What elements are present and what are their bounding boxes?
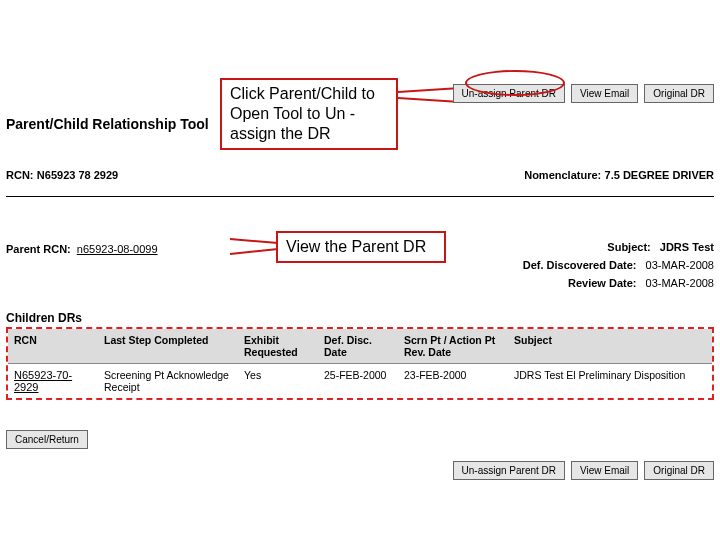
callout-view-parent-text: View the Parent DR: [276, 231, 446, 263]
cell-scrn: 23-FEB-2000: [398, 364, 508, 399]
divider: [6, 196, 714, 197]
table-row: N65923-70-2929 Screening Pt Acknowledge …: [8, 364, 712, 399]
col-subject: Subject: [508, 329, 712, 364]
cell-def-disc: 25-FEB-2000: [318, 364, 398, 399]
view-email-button[interactable]: View Email: [571, 84, 638, 103]
col-last-step: Last Step Completed: [98, 329, 238, 364]
nomenclature-label: Nomenclature:: [524, 169, 601, 181]
rcn-value: N65923 78 2929: [37, 169, 118, 181]
svg-line-2: [230, 239, 278, 243]
subject-label: Subject:: [607, 241, 650, 253]
col-def-disc: Def. Disc. Date: [318, 329, 398, 364]
subject-field: Subject: JDRS Test: [523, 241, 714, 253]
nomenclature-field: Nomenclature: 7.5 DEGREE DRIVER: [524, 168, 714, 182]
parent-rcn-field: Parent RCN: n65923-08-0099: [6, 243, 158, 255]
children-drs-table: RCN Last Step Completed Exhibit Requeste…: [8, 329, 712, 398]
cell-subject: JDRS Test El Preliminary Disposition: [508, 364, 712, 399]
callout-view-parent: View the Parent DR: [224, 231, 446, 263]
cancel-return-button[interactable]: Cancel/Return: [6, 430, 88, 449]
child-rcn-link[interactable]: N65923-70-2929: [14, 369, 72, 393]
parent-rcn-label: Parent RCN:: [6, 243, 71, 255]
children-drs-table-wrap: RCN Last Step Completed Exhibit Requeste…: [6, 327, 714, 400]
svg-line-3: [230, 249, 278, 254]
unassign-parent-dr-button-bottom[interactable]: Un-assign Parent DR: [453, 461, 565, 480]
original-dr-button[interactable]: Original DR: [644, 84, 714, 103]
subject-value: JDRS Test: [660, 241, 714, 253]
svg-line-0: [398, 88, 460, 92]
nomenclature-value: 7.5 DEGREE DRIVER: [605, 169, 714, 181]
cell-last-step: Screening Pt Acknowledge Receipt: [98, 364, 238, 399]
cell-exhibit: Yes: [238, 364, 318, 399]
review-date-value: 03-MAR-2008: [646, 277, 714, 289]
col-rcn: RCN: [8, 329, 98, 364]
callout-unassign: Click Parent/Child to Open Tool to Un -a…: [220, 78, 470, 142]
page-title: Parent/Child Relationship Tool: [6, 116, 209, 132]
def-discovered-date-field: Def. Discovered Date: 03-MAR-2008: [523, 259, 714, 271]
callout-unassign-text: Click Parent/Child to Open Tool to Un -a…: [220, 78, 398, 150]
def-discovered-date-value: 03-MAR-2008: [646, 259, 714, 271]
callout-arrow-icon: [224, 236, 278, 258]
rcn-field: RCN: N65923 78 2929: [6, 168, 118, 182]
svg-line-1: [398, 98, 460, 102]
col-scrn: Scrn Pt / Action Pt Rev. Date: [398, 329, 508, 364]
review-date-label: Review Date:: [568, 277, 636, 289]
original-dr-button-bottom[interactable]: Original DR: [644, 461, 714, 480]
view-email-button-bottom[interactable]: View Email: [571, 461, 638, 480]
parent-rcn-link[interactable]: n65923-08-0099: [77, 243, 158, 255]
unassign-parent-dr-button[interactable]: Un-assign Parent DR: [453, 84, 565, 103]
rcn-label: RCN:: [6, 169, 34, 181]
children-drs-heading: Children DRs: [6, 311, 714, 325]
col-exhibit: Exhibit Requested: [238, 329, 318, 364]
review-date-field: Review Date: 03-MAR-2008: [523, 277, 714, 289]
def-discovered-date-label: Def. Discovered Date:: [523, 259, 637, 271]
